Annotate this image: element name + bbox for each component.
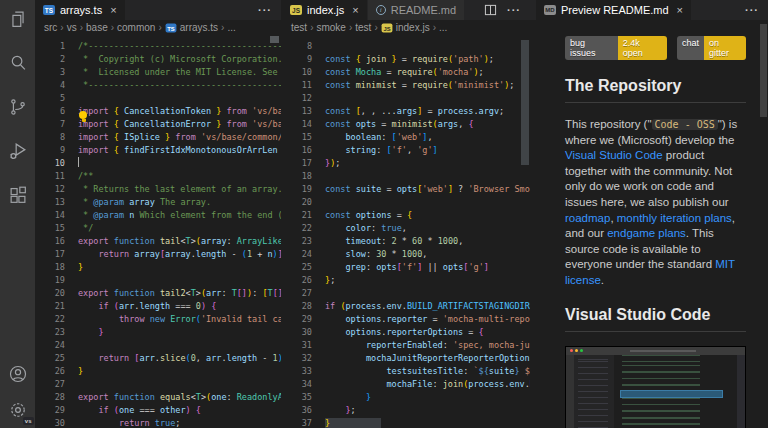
code-line[interactable]: 13const [, , ...args] = process.argv; — [282, 105, 530, 118]
search-icon[interactable] — [6, 51, 30, 75]
code-line[interactable]: 6import { CancellationToken } from 'vs/b… — [35, 105, 281, 118]
code-line[interactable]: 23 } — [35, 326, 281, 339]
code-line[interactable]: 11/** — [35, 170, 281, 183]
code-line[interactable]: 17}); — [282, 157, 530, 170]
code-line[interactable]: 24 slow: 30 * 1000, — [282, 248, 530, 261]
breadcrumb-item[interactable]: base — [86, 22, 108, 33]
code-line[interactable]: 24 — [35, 339, 281, 352]
code-line[interactable]: 22 throw new Error('Invalid tail call'); — [35, 313, 281, 326]
link[interactable]: Visual Studio Code — [565, 149, 663, 161]
settings-gear-icon[interactable]: MD vs — [6, 398, 30, 422]
more-actions-icon[interactable]: ··· — [507, 4, 521, 16]
breadcrumb-item[interactable]: index.js — [396, 22, 430, 33]
code-line[interactable]: 21const options = { — [282, 209, 530, 222]
code-line[interactable]: 29 if (one === other) { — [35, 404, 281, 417]
code-line[interactable]: 27 — [35, 378, 281, 391]
breadcrumb-item[interactable]: test — [355, 22, 371, 33]
scrollbar-thumb[interactable] — [760, 24, 767, 117]
breadcrumb-item[interactable]: smoke — [316, 22, 345, 33]
code-line[interactable]: 29 options.reporter = 'mocha-multi-repor… — [282, 313, 530, 326]
code-line[interactable]: 18 — [282, 170, 530, 183]
code-line[interactable]: 32 mochaJunitReporterReporterOptions: { — [282, 352, 530, 365]
code-line[interactable]: 28if (process.env.BUILD_ARTIFACTSTAGINGD… — [282, 300, 530, 313]
code-line[interactable]: 23 timeout: 2 * 60 * 1000, — [282, 235, 530, 248]
code-line[interactable]: 9import { findFirstIdxMonotonousOrArrLen… — [35, 144, 281, 157]
code-line[interactable]: 19 — [35, 274, 281, 287]
tab-arrays-ts[interactable]: TS arrays.ts × — [35, 0, 126, 20]
code-line[interactable]: 20export function tail2<T>(arr: T[]): [T… — [35, 287, 281, 300]
breadcrumb-item[interactable]: ... — [227, 22, 235, 33]
code-line[interactable]: 21 if (arr.length === 0) { — [35, 300, 281, 313]
code-line[interactable]: 34 mochaFile: join(process.env.BUILD_ART… — [282, 378, 530, 391]
extensions-icon[interactable] — [6, 183, 30, 207]
code-line[interactable]: 28export function equals<T>(one: Readonl… — [35, 391, 281, 404]
close-icon[interactable]: × — [110, 4, 116, 16]
code-line[interactable]: 37} — [282, 417, 530, 428]
link[interactable]: endgame plans — [607, 227, 686, 239]
link[interactable]: monthly iteration plans — [617, 212, 732, 224]
code-line[interactable]: 27 — [282, 287, 530, 300]
breadcrumb-item[interactable]: test — [291, 22, 307, 33]
code-line[interactable]: 25 return [arr.slice(0, arr.length - 1),… — [35, 352, 281, 365]
code-line[interactable]: 10const Mocha = require('mocha'); — [282, 66, 530, 79]
badge-bug-issues[interactable]: bug issues2.4k open — [565, 36, 667, 60]
code-line[interactable]: 4 *-------------------------------------… — [35, 79, 281, 92]
more-actions-icon[interactable]: ··· — [258, 4, 272, 16]
code-line[interactable]: 13 * @param array The array. — [35, 196, 281, 209]
scrollbar-thumb[interactable] — [521, 40, 529, 165]
code-editor-index-js[interactable]: 89const { join } = require('path');10con… — [282, 35, 530, 428]
code-line[interactable]: 17 return array[array.length - (1 + n)]; — [35, 248, 281, 261]
code-line[interactable]: 31 reporterEnabled: 'spec, mocha-junit-r… — [282, 339, 530, 352]
code-line[interactable]: 1/*-------------------------------------… — [35, 40, 281, 53]
breadcrumb-item[interactable]: vs — [67, 22, 77, 33]
code-line[interactable]: 7import { CancellationError } from 'vs/b… — [35, 118, 281, 131]
code-line[interactable]: 14 * @param n Which element from the end… — [35, 209, 281, 222]
code-line[interactable]: 12 * Returns the last element of an arra… — [35, 183, 281, 196]
code-line[interactable]: 19const suite = opts['web'] ? 'Browser S… — [282, 183, 530, 196]
code-line[interactable]: 16export function tail<T>(array: ArrayLi… — [35, 235, 281, 248]
code-line[interactable]: 26} — [35, 365, 281, 378]
code-line[interactable]: 33 testsuitesTitle: `${suite} ${process.… — [282, 365, 530, 378]
code-line[interactable]: 8 — [282, 40, 530, 53]
code-line[interactable]: 9const { join } = require('path'); — [282, 53, 530, 66]
code-line[interactable]: 18} — [35, 261, 281, 274]
lightbulb-icon[interactable] — [79, 111, 88, 122]
code-line[interactable]: 22 color: true, — [282, 222, 530, 235]
split-editor-icon[interactable] — [484, 4, 497, 16]
tab-preview-readme[interactable]: MD Preview README.md × — [536, 0, 692, 20]
breadcrumb-item[interactable]: common — [117, 22, 155, 33]
code-line[interactable]: 25 grep: opts['f'] || opts['g'] — [282, 261, 530, 274]
code-line[interactable]: 5 — [35, 92, 281, 105]
link[interactable]: roadmap — [565, 212, 610, 224]
code-line[interactable]: 15 */ — [35, 222, 281, 235]
scrollbar-thumb[interactable] — [270, 36, 279, 43]
run-debug-icon[interactable] — [6, 139, 30, 163]
code-line[interactable]: 26}; — [282, 274, 530, 287]
code-line[interactable]: 12 — [282, 92, 530, 105]
code-line[interactable]: 30 options.reporterOptions = { — [282, 326, 530, 339]
breadcrumb-item[interactable]: arrays.ts — [180, 22, 218, 33]
code-line[interactable]: 10 — [35, 157, 281, 170]
code-line[interactable]: 3 * Licensed under the MIT License. See … — [35, 66, 281, 79]
accounts-icon[interactable] — [6, 362, 30, 386]
code-line[interactable]: 36 }; — [282, 404, 530, 417]
code-line[interactable]: 30 return true; — [35, 417, 281, 428]
breadcrumb-item[interactable]: ... — [439, 22, 447, 33]
breadcrumb-item[interactable]: src — [44, 22, 57, 33]
close-icon[interactable]: × — [352, 4, 358, 16]
code-line[interactable]: 14const opts = minimist(args, { — [282, 118, 530, 131]
code-line[interactable]: 16 string: ['f', 'g'] — [282, 144, 530, 157]
code-line[interactable]: 20 — [282, 196, 530, 209]
source-control-icon[interactable] — [6, 95, 30, 119]
tab-index-js[interactable]: JS index.js × — [282, 0, 368, 20]
code-line[interactable]: 35 } — [282, 391, 530, 404]
more-actions-icon[interactable]: ··· — [745, 4, 759, 16]
badge-chat[interactable]: chaton gitter — [677, 36, 746, 60]
code-line[interactable]: 11const minimist = require('minimist'); — [282, 79, 530, 92]
code-line[interactable]: 8import { ISplice } from 'vs/base/common… — [35, 131, 281, 144]
code-editor-arrays-ts[interactable]: 1/*-------------------------------------… — [35, 35, 281, 428]
code-line[interactable]: 2 * Copyright (c) Microsoft Corporation.… — [35, 53, 281, 66]
explorer-icon[interactable] — [6, 7, 30, 31]
code-line[interactable]: 15 boolean: ['web'], — [282, 131, 530, 144]
tab-readme-md[interactable]: i README.md — [368, 0, 465, 20]
